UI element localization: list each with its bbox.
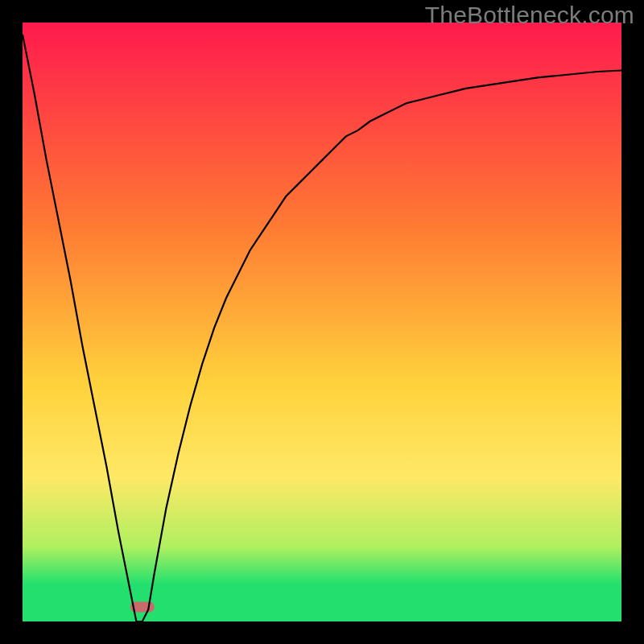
chart-svg [0, 0, 644, 644]
chart-plot-background [23, 23, 621, 605]
chart-baseline-strip [23, 605, 621, 621]
chart-container: TheBottleneck.com [0, 0, 644, 644]
watermark-text: TheBottleneck.com [425, 2, 634, 29]
